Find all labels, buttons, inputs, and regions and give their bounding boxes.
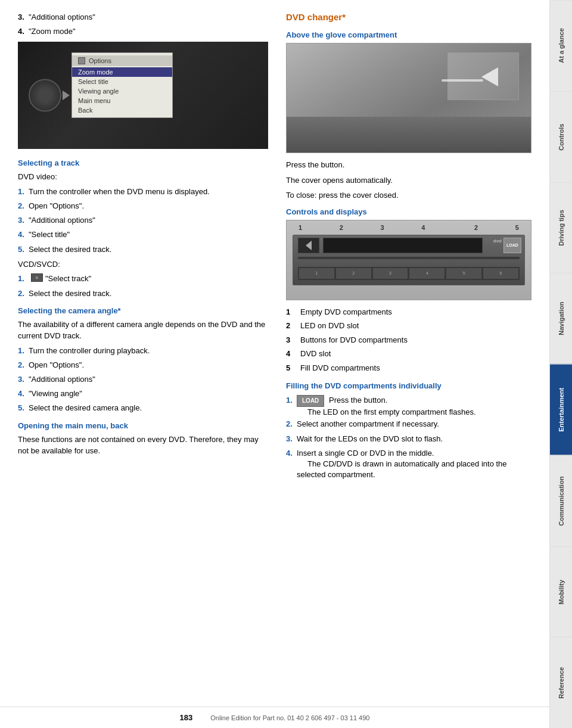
diag-num-1: 1: [299, 224, 302, 231]
dvd-logo-text: dvd: [493, 238, 502, 244]
vcd-step-1-text: "Select track": [45, 273, 268, 284]
sidebar-tab-communication[interactable]: Communication: [550, 455, 572, 546]
right-column: DVD changer* Above the glove compartment…: [286, 12, 531, 704]
top-list-items: 3. "Additional options" 4. "Zoom mode": [18, 12, 268, 37]
fill-step-1-text: Press the button.: [329, 396, 387, 405]
cam-step-1: Turn the controller during playback.: [29, 346, 268, 356]
sidebar-tab-navigation[interactable]: Navigation: [550, 273, 572, 364]
diag-num-2a: 2: [340, 224, 343, 231]
dvd-video-label: DVD video:: [18, 171, 268, 183]
cam-step-4: "Viewing angle": [29, 388, 268, 399]
diag-num-3: 3: [381, 224, 384, 231]
label-3-num: 3: [286, 334, 296, 346]
fill-step-1-subtext: The LED on the first empty compartment f…: [307, 407, 476, 416]
fill-step-3-num: 3.: [286, 434, 297, 444]
vcd-step-2-num: 2.: [18, 288, 29, 299]
sidebar-tab-at-a-glance[interactable]: At a glance: [550, 0, 572, 91]
label-5-num: 5: [286, 362, 296, 374]
vcd-step-1-num: 1.: [18, 273, 29, 284]
load-inline-button[interactable]: LOAD: [297, 395, 324, 407]
cam-step-5: Select the desired camera angle.: [29, 403, 268, 413]
label-3-text: Buttons for DVD compartments: [300, 334, 408, 346]
fill-step-3-text: Wait for the LEDs on the DVD slot to fla…: [297, 434, 531, 444]
press-button-text: Press the button.: [286, 159, 531, 171]
label-5-text: Fill DVD compartments: [300, 362, 380, 374]
vcd-step-2-text: Select the desired track.: [29, 288, 268, 299]
dvd-step-1-text: Turn the controller when the DVD menu is…: [29, 186, 268, 197]
options-menu-title: Options: [89, 57, 111, 64]
filling-heading: Filling the DVD compartments individuall…: [286, 381, 531, 391]
fill-step-4-num: 4.: [286, 448, 297, 459]
sidebar-tab-entertainment[interactable]: Entertainment: [550, 364, 572, 455]
diagram-labels: 1 Empty DVD compartments 2 LED on DVD sl…: [286, 306, 531, 374]
car-interior-image: [286, 43, 531, 153]
item-4-text: "Zoom mode": [29, 26, 268, 37]
fill-step-1-content: LOAD Press the button. The LED on the fi…: [297, 395, 531, 418]
fill-step-4-subtext: The CD/DVD is drawn in automatically and…: [297, 459, 507, 479]
options-title: Options: [72, 55, 172, 66]
sidebar-tab-driving-tips[interactable]: Driving tips: [550, 182, 572, 273]
diag-num-4: 4: [421, 224, 425, 231]
opening-menu-desc: These functions are not contained on eve…: [18, 434, 268, 457]
dvd-step-5-num: 5.: [18, 244, 29, 255]
dvd-step-4-text: "Select title": [29, 229, 268, 240]
cam-step-3: "Additional options": [29, 374, 268, 385]
dvd-step-2-num: 2.: [18, 201, 29, 211]
above-glove-heading: Above the glove compartment: [286, 30, 531, 39]
selecting-track-heading: Selecting a track: [18, 158, 268, 167]
item-4-num: 4.: [18, 26, 29, 37]
label-1-num: 1: [286, 306, 296, 318]
item-3-text: "Additional options": [29, 12, 268, 23]
dvd-changer-diagram: 1 2 3 4 2 5 dvd: [286, 220, 531, 300]
fill-step-2-text: Select another compartment if necessary.: [297, 419, 531, 430]
sidebar-tab-mobility[interactable]: Mobility: [550, 546, 572, 637]
options-viewing-angle: Viewing angle: [72, 86, 172, 96]
sidebar-tabs: At a glance Controls Driving tips Naviga…: [549, 0, 572, 728]
camera-angle-heading: Selecting the camera angle*: [18, 306, 268, 315]
label-4-num: 4: [286, 348, 296, 360]
dvd-step-4-num: 4.: [18, 229, 29, 240]
camera-angle-desc: The availability of a different camera a…: [18, 319, 268, 342]
fill-step-4-text: Insert a single CD or DVD in the middle.: [297, 449, 434, 458]
dvd-step-5-text: Select the desired track.: [29, 244, 268, 255]
fill-step-2-num: 2.: [286, 419, 297, 430]
label-2-text: LED on DVD slot: [300, 320, 359, 332]
fill-step-4-content: Insert a single CD or DVD in the middle.…: [297, 448, 531, 481]
label-1-text: Empty DVD compartments: [300, 306, 392, 318]
opening-menu-heading: Opening the main menu, back: [18, 421, 268, 430]
dvd-step-3-num: 3.: [18, 215, 29, 226]
options-box: Options Zoom mode Select title Viewing a…: [72, 52, 173, 118]
dvd-step-3-text: "Additional options": [29, 215, 268, 226]
sidebar-tab-controls[interactable]: Controls: [550, 91, 572, 182]
options-select-title: Select title: [72, 77, 172, 86]
page-number: 183: [180, 713, 193, 722]
cover-opens-text: The cover opens automatically.: [286, 175, 531, 186]
vcd-icon: ≡: [31, 273, 43, 282]
options-zoom-mode: Zoom mode: [72, 67, 172, 77]
fill-step-1-num: 1.: [286, 395, 297, 406]
options-icon: [78, 57, 85, 64]
dvd-changer-heading: DVD changer*: [286, 12, 531, 22]
cam-step-2: Open "Options".: [29, 360, 268, 371]
options-main-menu: Main menu: [72, 96, 172, 105]
item-3-num: 3.: [18, 12, 29, 23]
options-screenshot: Options Zoom mode Select title Viewing a…: [18, 42, 268, 149]
load-button-diagram: LOAD: [506, 243, 518, 247]
vcd-label: VCD/SVCD:: [18, 259, 268, 270]
left-column: 3. "Additional options" 4. "Zoom mode": [18, 12, 268, 704]
dvd-step-1-num: 1.: [18, 186, 29, 197]
to-close-text: To close: press the cover closed.: [286, 189, 531, 201]
filling-steps: 1. LOAD Press the button. The LED on the…: [286, 395, 531, 480]
dvd-step-2-text: Open "Options".: [29, 201, 268, 211]
diag-num-5: 5: [515, 224, 519, 231]
label-2-num: 2: [286, 320, 296, 332]
camera-angle-steps: 1. Turn the controller during playback. …: [18, 346, 268, 414]
controls-displays-heading: Controls and displays: [286, 207, 531, 216]
options-back: Back: [72, 105, 172, 115]
label-4-text: DVD slot: [300, 348, 331, 360]
vcd-steps: 1. ≡ "Select track" 2. Select the desire…: [18, 273, 268, 298]
footer-text: Online Edition for Part no. 01 40 2 606 …: [210, 714, 369, 721]
dvd-video-steps: 1. Turn the controller when the DVD menu…: [18, 186, 268, 255]
sidebar-tab-reference[interactable]: Reference: [550, 637, 572, 728]
diag-num-2b: 2: [474, 224, 478, 231]
